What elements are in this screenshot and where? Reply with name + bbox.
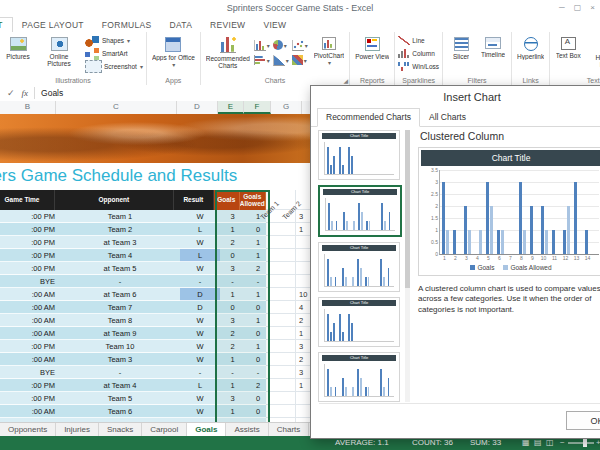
ribbon-button-win-loss[interactable]: Win/Loss xyxy=(398,60,439,73)
cell-opponent[interactable]: at Team 4 xyxy=(60,379,180,392)
dialog-tab-all-charts[interactable]: All Charts xyxy=(420,108,475,126)
cell-opponent[interactable]: - xyxy=(60,275,180,288)
dialog-tab-recommended-charts[interactable]: Recommended Charts xyxy=(317,108,420,127)
cell-game-time[interactable]: :00 PM xyxy=(0,340,60,353)
cell-game-time[interactable]: :00 AM xyxy=(0,301,60,314)
grid-cell[interactable] xyxy=(266,353,296,366)
ribbon-tab-data[interactable]: DATA xyxy=(161,18,202,32)
cell-goals[interactable]: 3 xyxy=(220,314,245,327)
cell-game-time[interactable]: BYE xyxy=(0,275,60,288)
grid-cell[interactable] xyxy=(266,379,296,392)
dialog-launcher-icon[interactable]: ◢ xyxy=(344,77,349,84)
cell-goals[interactable]: 0 xyxy=(220,301,245,314)
ribbon-button-column[interactable]: Column xyxy=(398,47,439,60)
cell-result[interactable]: W xyxy=(180,210,220,223)
grid-cell[interactable] xyxy=(266,301,296,314)
close-icon[interactable]: × xyxy=(590,0,595,16)
cell-opponent[interactable]: Team 8 xyxy=(60,314,180,327)
cell-result[interactable]: D xyxy=(180,301,220,314)
cell-result[interactable]: W xyxy=(180,314,220,327)
ribbon-button-shapes[interactable]: Shapes▾ xyxy=(85,34,143,47)
cell-opponent[interactable]: at Team 5 xyxy=(60,262,180,275)
zoom-handle[interactable] xyxy=(583,439,587,447)
sheet-tab-opponents[interactable]: Opponents xyxy=(0,423,56,437)
cell-opponent[interactable]: Team 1 xyxy=(60,210,180,223)
cell-goals[interactable]: 1 xyxy=(220,288,245,301)
column-header-e[interactable]: E xyxy=(218,101,244,114)
ribbon-button-apps-for-office[interactable]: Apps for Office▾ xyxy=(150,34,197,69)
cell-goals[interactable]: 1 xyxy=(220,223,245,236)
zoom-slider[interactable] xyxy=(568,442,594,444)
cell-game-time[interactable]: :00 PM xyxy=(0,249,60,262)
cell-opponent[interactable]: Team 7 xyxy=(60,301,180,314)
ribbon-tab-view[interactable]: VIEW xyxy=(254,18,295,32)
cell-opponent[interactable]: - xyxy=(60,366,180,379)
maximize-icon[interactable]: ▢ xyxy=(574,0,582,16)
insert-function-icon[interactable]: fx xyxy=(22,88,29,98)
cell-opponent[interactable]: Team 5 xyxy=(60,392,180,405)
column-header-g[interactable]: G xyxy=(271,101,302,114)
cell-result[interactable]: L xyxy=(180,379,220,392)
cell-opponent[interactable]: Team 10 xyxy=(60,340,180,353)
sheet-tab-snacks[interactable]: Snacks xyxy=(99,423,142,437)
ribbon-button-pivotchart[interactable]: PivotChart▾ xyxy=(312,34,346,67)
cell-result[interactable]: W xyxy=(180,353,220,366)
cell-goals[interactable]: 3 xyxy=(220,392,245,405)
ribbon-button-column-chart-icon[interactable]: ▾ xyxy=(254,38,272,52)
ribbon-button-line[interactable]: Line xyxy=(398,34,439,47)
cell-result[interactable]: W xyxy=(180,405,220,418)
ribbon-tab-page-layout[interactable]: PAGE LAYOUT xyxy=(13,18,93,32)
column-header-f[interactable]: F xyxy=(244,101,271,114)
sheet-tab-assists[interactable]: Assists xyxy=(226,423,268,437)
cell-goals[interactable]: 2 xyxy=(220,340,245,353)
cell-game-time[interactable]: :00 AM xyxy=(0,327,60,340)
cell-result[interactable]: W xyxy=(180,392,220,405)
cell-opponent[interactable]: Team 3 xyxy=(60,353,180,366)
column-header-c[interactable]: C xyxy=(56,101,177,114)
ribbon-button-power-view[interactable]: Power View xyxy=(353,34,391,61)
grid-cell[interactable] xyxy=(266,249,296,262)
cell-opponent[interactable]: at Team 9 xyxy=(60,327,180,340)
cell-result[interactable]: W xyxy=(180,262,220,275)
chart-thumbnail-clustered-1[interactable]: Chart Title xyxy=(318,185,402,237)
cell-game-time[interactable]: :00 PM xyxy=(0,262,60,275)
formula-bar-value[interactable]: Goals xyxy=(41,88,63,98)
cell-game-time[interactable]: :00 AM xyxy=(0,288,60,301)
grid-cell[interactable] xyxy=(266,236,296,249)
ribbon-button-text-box[interactable]: Text Box xyxy=(553,34,583,60)
sheet-tab-carpool[interactable]: Carpool xyxy=(142,423,187,437)
chart-thumbnail-column-0[interactable]: Chart Title xyxy=(318,130,400,180)
grid-cell[interactable] xyxy=(266,392,296,405)
grid-cell[interactable] xyxy=(266,223,296,236)
sheet-tab-charts[interactable]: Charts xyxy=(269,423,310,437)
cell-goals[interactable]: - xyxy=(220,366,245,379)
cell-result[interactable]: D xyxy=(180,288,220,301)
cell-opponent[interactable]: Team 6 xyxy=(60,405,180,418)
cell-opponent[interactable]: at Team 6 xyxy=(60,288,180,301)
ribbon-button-pie-chart-icon[interactable]: ▾ xyxy=(273,38,291,52)
cell-result[interactable]: - xyxy=(180,366,220,379)
cell-game-time[interactable]: :00 AM xyxy=(0,353,60,366)
ok-button[interactable]: OK xyxy=(566,411,600,430)
chart-thumbnail-column-3[interactable]: Chart Title xyxy=(318,297,400,347)
grid-cell[interactable] xyxy=(266,366,296,379)
ribbon-button-area-chart-icon[interactable]: ▾ xyxy=(273,53,291,67)
grid-cell[interactable] xyxy=(266,405,296,418)
cell-opponent[interactable]: Team 2 xyxy=(60,223,180,236)
ribbon-button-recommended-charts[interactable]: Recommended Charts xyxy=(204,34,252,71)
cell-game-time[interactable]: :00 AM xyxy=(0,314,60,327)
grid-cell[interactable] xyxy=(266,288,296,301)
cell-goals[interactable]: 2 xyxy=(220,236,245,249)
cell-game-time[interactable]: :00 PM xyxy=(0,392,60,405)
cell-game-time[interactable]: :00 PM xyxy=(0,236,60,249)
scrollbar-thumb[interactable] xyxy=(405,130,410,288)
cell-result[interactable]: W xyxy=(180,340,220,353)
cell-goals[interactable]: 1 xyxy=(220,405,245,418)
cell-game-time[interactable]: :00 PM xyxy=(0,210,60,223)
cell-opponent[interactable]: at Team 3 xyxy=(60,236,180,249)
ribbon-button-bar-chart-icon[interactable]: ▾ xyxy=(254,53,272,67)
cell-goals[interactable]: 2 xyxy=(220,327,245,340)
ribbon-button-timeline[interactable]: Timeline xyxy=(478,34,508,59)
cell-game-time[interactable]: :00 PM xyxy=(0,223,60,236)
grid-cell[interactable] xyxy=(266,314,296,327)
